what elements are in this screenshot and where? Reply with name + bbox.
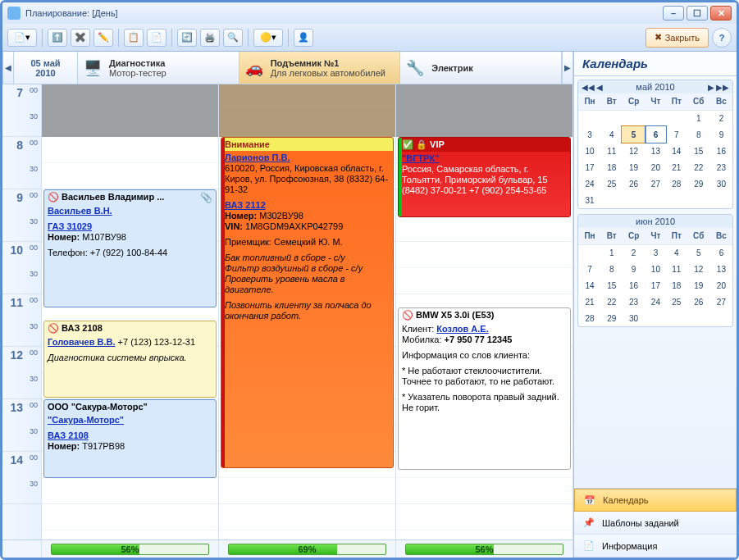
appointment[interactable]: ВниманиеЛарионов П.В.610020, Россия, Кир… (221, 137, 394, 468)
calendar-day[interactable]: 14 (666, 143, 687, 159)
calendar-day[interactable]: 24 (578, 175, 601, 192)
copy-button[interactable]: 📋 (124, 29, 144, 47)
date-header[interactable]: 05 май 2010 (14, 52, 78, 84)
appointment[interactable]: ✅ 🔒 VIP"ВГТРК"Россия, Самарская область,… (398, 137, 571, 217)
calendar-day[interactable]: 10 (645, 261, 666, 277)
preview-button[interactable]: 🔍 (223, 29, 243, 47)
car-link[interactable]: ВАЗ 2108 (48, 430, 89, 440)
minimize-button[interactable]: – (663, 6, 684, 20)
calendar-day[interactable]: 13 (645, 143, 666, 159)
cal-next-button[interactable]: ▶ (708, 83, 714, 92)
calendar-day[interactable]: 17 (645, 277, 666, 294)
calendar-day[interactable]: 29 (687, 175, 710, 192)
calendar-day[interactable]: 18 (666, 277, 687, 294)
client-link[interactable]: "ВГТРК" (402, 153, 439, 163)
calendar-day[interactable]: 20 (710, 277, 732, 294)
calendar-day[interactable]: 9 (622, 261, 645, 277)
maximize-button[interactable]: ☐ (687, 6, 708, 20)
cal-prev-button[interactable]: ◀ (596, 83, 603, 92)
calendar-day[interactable]: 7 (578, 261, 601, 277)
calendar-day[interactable]: 16 (710, 143, 732, 159)
calendar-day[interactable]: 1 (601, 244, 622, 261)
calendar-day[interactable]: 30 (622, 310, 645, 326)
calendar-day[interactable]: 1 (687, 110, 710, 126)
delete-button[interactable]: ✖️ (71, 29, 90, 47)
calendar-day[interactable]: 23 (622, 294, 645, 310)
resource-header-lift[interactable]: 🚗 Подъемник №1Для легковых автомобилей (239, 52, 401, 84)
calendar-day[interactable]: 19 (622, 159, 645, 175)
cal-prev-fast-button[interactable]: ◀◀ (582, 83, 595, 92)
calendar-day[interactable]: 11 (666, 261, 687, 277)
tab-calendar[interactable]: 📅Календарь (574, 489, 737, 512)
calendar-day[interactable]: 12 (687, 261, 710, 277)
lane-diag[interactable]: 🚫 Васильев Владимир ...📎Васильев В.Н.ГАЗ… (42, 84, 219, 540)
help-button[interactable]: ? (712, 28, 732, 48)
print-button[interactable]: 🖨️ (200, 29, 220, 47)
calendar-day[interactable]: 5 (687, 244, 710, 261)
calendar-day[interactable]: 16 (622, 277, 645, 294)
calendar-day[interactable]: 6 (710, 244, 732, 261)
calendar-day[interactable]: 18 (601, 159, 622, 175)
calendar-day[interactable]: 28 (666, 175, 687, 192)
calendar-day[interactable]: 22 (687, 159, 710, 175)
tab-info[interactable]: 📄Информация (574, 535, 737, 558)
client-link[interactable]: Головачев В.В. (48, 337, 115, 347)
calendar-day[interactable]: 6 (645, 126, 666, 143)
car-link[interactable]: ВАЗ 2112 (225, 200, 266, 210)
calendar-day[interactable]: 26 (622, 175, 645, 192)
user-button[interactable]: 👤 (294, 29, 313, 47)
calendar-day[interactable]: 3 (645, 244, 666, 261)
resource-header-diag[interactable]: 🖥️ ДиагностикаМотор-тестер (78, 52, 239, 84)
calendar-day[interactable]: 10 (578, 143, 601, 159)
calendar-day[interactable]: 4 (601, 126, 622, 143)
appointment[interactable]: 🚫 Васильев Владимир ...📎Васильев В.Н.ГАЗ… (43, 189, 217, 307)
calendar-day[interactable]: 17 (578, 159, 601, 175)
edit-button[interactable]: ✏️ (94, 29, 113, 47)
calendar-day[interactable]: 26 (687, 294, 710, 310)
calendar-day[interactable]: 7 (666, 126, 687, 143)
lane-elec[interactable]: ✅ 🔒 VIP"ВГТРК"Россия, Самарская область,… (396, 84, 573, 540)
calendar-day[interactable]: 8 (687, 126, 710, 143)
paste-button[interactable]: 📄 (147, 29, 167, 47)
calendar-day[interactable]: 24 (645, 294, 666, 310)
client-link[interactable]: Ларионов П.В. (225, 153, 290, 162)
cal-next-fast-button[interactable]: ▶▶ (716, 83, 729, 92)
car-link[interactable]: ГАЗ 31029 (48, 221, 92, 231)
calendar-day[interactable]: 3 (578, 126, 601, 143)
calendar-day[interactable]: 14 (578, 277, 601, 294)
appointment[interactable]: ООО "Сакура-Моторс""Сакура-Моторс"ВАЗ 21… (43, 399, 217, 478)
client-link[interactable]: Васильев В.Н. (48, 206, 112, 216)
lane-lift[interactable]: ВниманиеЛарионов П.В.610020, Россия, Кир… (219, 84, 396, 540)
appointment[interactable]: 🚫 ВАЗ 2108Головачев В.В. +7 (123) 123-12… (43, 321, 217, 398)
calendar-day[interactable]: 31 (578, 192, 601, 208)
calendar-day[interactable]: 23 (710, 159, 732, 175)
calendar-day[interactable]: 19 (687, 277, 710, 294)
appointment[interactable]: 🚫 BMW X5 3.0i (E53)Клиент: Козлов А.Е.Мо… (398, 307, 571, 470)
prev-day-button[interactable]: ◀ (2, 52, 14, 84)
client-link[interactable]: "Сакура-Моторс" (48, 415, 124, 425)
calendar-day[interactable]: 27 (645, 175, 666, 192)
tab-templates[interactable]: 📌Шаблоны заданий (574, 512, 737, 535)
calendar-day[interactable]: 9 (710, 126, 732, 143)
calendar-day[interactable]: 21 (578, 294, 601, 310)
calendar-day[interactable]: 15 (687, 143, 710, 159)
calendar-day[interactable]: 2 (622, 244, 645, 261)
calendar-day[interactable]: 29 (601, 310, 622, 326)
calendar-day[interactable]: 25 (666, 294, 687, 310)
filter-button[interactable]: 🟡▾ (253, 29, 283, 47)
calendar-day[interactable]: 27 (710, 294, 732, 310)
calendar-day[interactable]: 5 (622, 126, 645, 143)
close-button[interactable]: ✖ Закрыть (645, 28, 709, 48)
calendar-day[interactable]: 30 (710, 175, 732, 192)
calendar-day[interactable]: 12 (622, 143, 645, 159)
calendar-day[interactable]: 4 (666, 244, 687, 261)
calendar-day[interactable]: 11 (601, 143, 622, 159)
resource-header-elec[interactable]: 🔧 Электрик (400, 52, 562, 84)
refresh-button[interactable]: 🔄 (177, 29, 197, 47)
calendar-day[interactable]: 28 (578, 310, 601, 326)
calendar-day[interactable]: 8 (601, 261, 622, 277)
client-link[interactable]: Козлов А.Е. (436, 324, 488, 334)
calendar-day[interactable]: 13 (710, 261, 732, 277)
calendar-day[interactable]: 22 (601, 294, 622, 310)
move-up-button[interactable]: ⬆️ (48, 29, 67, 47)
